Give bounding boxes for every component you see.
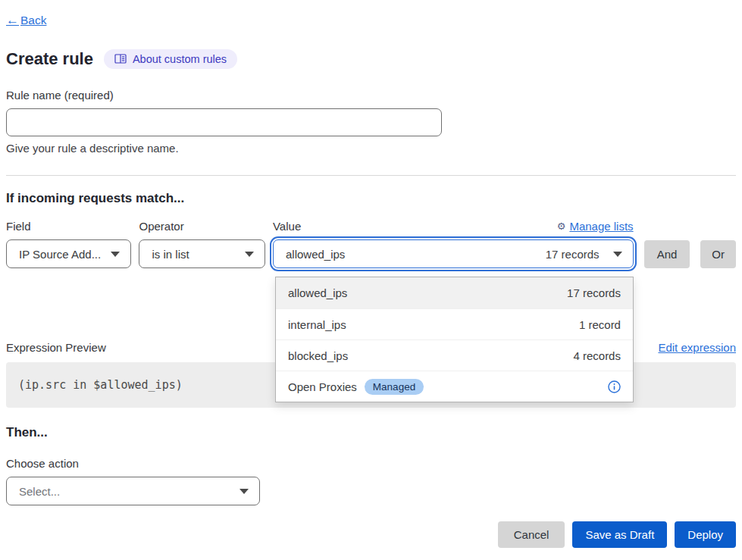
list-name: internal_ips xyxy=(288,318,346,331)
value-select-records: 17 records xyxy=(546,248,600,261)
or-button[interactable]: Or xyxy=(700,240,736,268)
book-icon xyxy=(114,54,127,64)
then-section-heading: Then... xyxy=(6,425,736,440)
field-column: Field IP Source Add... xyxy=(6,219,131,268)
rule-name-input[interactable] xyxy=(6,108,442,136)
gear-icon: ⚙ xyxy=(557,221,566,232)
condition-row: Field IP Source Add... Operator is in li… xyxy=(6,219,736,268)
edit-expression-link[interactable]: Edit expression xyxy=(658,341,736,354)
value-column: Value ⚙ Manage lists allowed_ips 17 reco… xyxy=(273,219,634,268)
action-select[interactable]: Select... xyxy=(6,477,260,505)
field-label: Field xyxy=(6,220,31,233)
value-select-value: allowed_ips xyxy=(286,248,546,261)
operator-label: Operator xyxy=(139,220,183,233)
and-button[interactable]: And xyxy=(644,240,690,268)
cancel-button[interactable]: Cancel xyxy=(498,521,565,548)
list-name: blocked_ips xyxy=(288,349,348,362)
about-badge-label: About custom rules xyxy=(133,53,227,65)
list-name: Open Proxies xyxy=(288,380,357,393)
page-title: Create rule xyxy=(6,49,93,69)
chevron-down-icon xyxy=(245,252,254,257)
manage-lists-label: Manage lists xyxy=(569,220,633,233)
field-select[interactable]: IP Source Add... xyxy=(6,239,131,268)
expression-preview-label: Expression Preview xyxy=(6,341,106,354)
chevron-down-icon xyxy=(240,489,249,494)
back-row: ←Back xyxy=(6,0,736,28)
info-icon[interactable] xyxy=(608,380,621,393)
back-link-label: Back xyxy=(20,14,46,27)
operator-column: Operator is in list xyxy=(139,219,265,268)
about-custom-rules-link[interactable]: About custom rules xyxy=(104,49,237,69)
section-divider xyxy=(6,175,736,176)
list-records: 4 records xyxy=(573,349,621,362)
title-row: Create rule About custom rules xyxy=(6,49,736,69)
managed-badge: Managed xyxy=(365,379,424,395)
dropdown-item-open-proxies[interactable]: Open Proxies Managed xyxy=(276,371,633,402)
manage-lists-link[interactable]: ⚙ Manage lists xyxy=(557,220,634,233)
footer-actions: Cancel Save as Draft Deploy xyxy=(6,521,736,548)
action-select-placeholder: Select... xyxy=(19,485,230,498)
chevron-down-icon xyxy=(613,252,622,257)
expression-code: (ip.src in $allowed_ips) xyxy=(18,378,183,392)
dropdown-item-internal-ips[interactable]: internal_ips 1 record xyxy=(276,308,633,339)
field-select-value: IP Source Add... xyxy=(19,248,102,261)
operator-select[interactable]: is in list xyxy=(139,239,265,268)
value-select[interactable]: allowed_ips 17 records xyxy=(273,239,634,268)
save-as-draft-button[interactable]: Save as Draft xyxy=(572,521,667,548)
back-link[interactable]: ←Back xyxy=(6,13,46,28)
create-rule-page: ←Back Create rule About custom rules Rul… xyxy=(0,0,742,560)
dropdown-item-blocked-ips[interactable]: blocked_ips 4 records xyxy=(276,339,633,371)
dropdown-item-allowed-ips[interactable]: allowed_ips 17 records xyxy=(276,277,633,308)
match-section-heading: If incoming requests match... xyxy=(6,191,736,206)
list-records: 1 record xyxy=(579,318,621,331)
operator-select-value: is in list xyxy=(152,248,235,261)
deploy-button[interactable]: Deploy xyxy=(675,521,736,548)
rule-name-label: Rule name (required) xyxy=(6,89,736,102)
value-dropdown-menu: allowed_ips 17 records internal_ips 1 re… xyxy=(275,277,634,402)
chevron-down-icon xyxy=(111,252,120,257)
choose-action-label: Choose action xyxy=(6,457,736,470)
list-name: allowed_ips xyxy=(288,286,347,299)
back-arrow-icon: ← xyxy=(6,13,19,28)
rule-name-helper: Give your rule a descriptive name. xyxy=(6,142,736,155)
list-records: 17 records xyxy=(567,286,621,299)
value-label: Value xyxy=(273,220,301,233)
